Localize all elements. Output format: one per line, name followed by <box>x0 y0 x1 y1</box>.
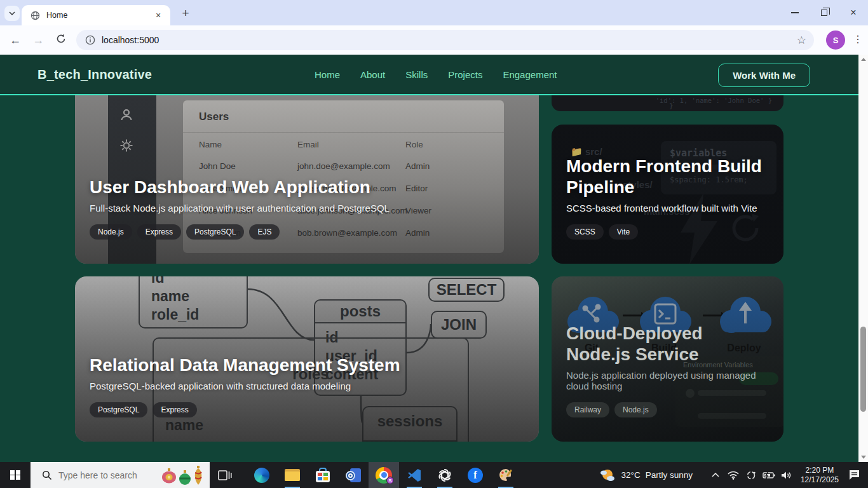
profile-avatar[interactable]: S <box>826 30 845 50</box>
code-fragment-brace: } <box>669 102 674 110</box>
browser-menu-icon[interactable]: ⋮ <box>853 33 863 45</box>
card-content: Modern Frontend Build Pipeline SCSS-base… <box>566 156 771 240</box>
file-explorer-icon <box>285 469 300 481</box>
nav-links: Home About Skills Projects Engagement <box>315 69 557 80</box>
project-title: Cloud-Deployed Node.js Service <box>566 323 758 365</box>
chevron-down-icon <box>9 11 15 15</box>
holiday-ornaments-icon <box>161 465 203 485</box>
hidden-icons-chevron[interactable] <box>708 473 723 477</box>
project-description: Node.js application deployed using manag… <box>566 370 758 391</box>
vscode-icon <box>407 468 421 482</box>
nav-link-about[interactable]: About <box>360 69 385 80</box>
edge-icon <box>254 468 269 483</box>
speaker-icon <box>781 471 792 480</box>
address-bar[interactable]: localhost:5000 ☆ <box>76 30 814 50</box>
battery-icon <box>763 471 775 479</box>
project-card-cloud-deployed[interactable]: Git Build Deploy Environment Variables <box>552 276 783 442</box>
reload-button[interactable] <box>53 34 69 47</box>
back-button[interactable]: ← <box>8 34 23 47</box>
windows-logo-icon <box>10 470 20 480</box>
taskbar-app-store[interactable] <box>308 462 338 488</box>
taskbar-app-facebook[interactable]: f <box>460 462 491 488</box>
tag-express: Express <box>137 224 181 240</box>
reload-icon <box>56 34 66 44</box>
project-description: Full-stack Node.js application with user… <box>90 203 526 214</box>
card-content: User Dashboard Web Application Full-stac… <box>90 177 526 240</box>
site-info-icon <box>85 35 95 45</box>
search-input[interactable] <box>58 470 160 480</box>
nav-link-skills[interactable]: Skills <box>405 69 428 80</box>
taskbar-search[interactable] <box>31 462 210 488</box>
browser-toolbar: ← → localhost:5000 ☆ S ⋮ <box>0 25 868 55</box>
taskbar-app-chrome[interactable]: S <box>369 462 399 488</box>
tag-nodejs: Node.js <box>614 402 657 417</box>
taskbar-app-chatgpt[interactable] <box>430 462 460 488</box>
url-text[interactable]: localhost:5000 <box>102 35 797 45</box>
site-navbar: B_tech_Innovative Home About Skills Proj… <box>0 55 858 95</box>
camera-circle-icon <box>746 470 756 480</box>
paint-icon <box>498 468 514 483</box>
minimize-button[interactable] <box>780 0 810 25</box>
tag-postgresql: PostgreSQL <box>90 402 147 417</box>
task-view-icon <box>218 470 232 481</box>
window-controls: × <box>780 0 868 25</box>
meet-now-indicator[interactable] <box>743 470 759 480</box>
browser-tab-strip: Home × + × <box>0 0 868 25</box>
project-tags: PostgreSQL Express <box>90 402 526 417</box>
globe-favicon-icon <box>31 11 40 20</box>
scroll-up-arrow[interactable] <box>858 55 868 64</box>
minimize-icon <box>791 12 799 13</box>
site-logo[interactable]: B_tech_Innovative <box>37 67 152 82</box>
action-center-button[interactable] <box>846 470 862 480</box>
tag-railway: Railway <box>566 402 609 417</box>
taskbar-app-outlook[interactable] <box>338 462 369 488</box>
taskbar-app-vscode[interactable] <box>399 462 430 488</box>
close-icon: × <box>850 8 856 18</box>
chevron-up-icon <box>712 473 719 477</box>
nav-link-projects[interactable]: Projects <box>448 69 482 80</box>
weather-widget[interactable]: 32°C Partly sunny <box>599 468 692 482</box>
nav-link-engagement[interactable]: Engagement <box>503 69 557 80</box>
wifi-indicator[interactable] <box>726 471 741 480</box>
close-button[interactable]: × <box>839 0 868 25</box>
tab-close-icon[interactable]: × <box>153 10 164 21</box>
taskbar-clock[interactable]: 2:20 PM 12/17/2025 <box>801 466 839 485</box>
scroll-down-arrow[interactable] <box>858 452 868 462</box>
task-view-button[interactable] <box>210 462 240 488</box>
work-with-me-button[interactable]: Work With Me <box>718 64 810 87</box>
store-icon <box>316 468 330 482</box>
project-title: User Dashboard Web Application <box>90 177 526 198</box>
card-content: Cloud-Deployed Node.js Service Node.js a… <box>566 323 758 417</box>
battery-indicator[interactable] <box>761 471 776 479</box>
outlook-icon <box>346 468 361 482</box>
project-card-frontend-pipeline[interactable]: 📁 src/ styles/ main.scss $variables $spa… <box>552 125 783 264</box>
nav-link-home[interactable]: Home <box>315 69 340 80</box>
partial-project-card[interactable]: 'id': 1, 'name': 'John Doe' } } <box>552 95 783 111</box>
taskbar-app-edge[interactable] <box>247 462 277 488</box>
tab-search-button[interactable] <box>4 6 20 21</box>
project-tags: Railway Node.js <box>566 402 758 417</box>
volume-indicator[interactable] <box>779 471 794 480</box>
weather-icon <box>599 468 616 482</box>
start-button[interactable] <box>0 462 31 488</box>
browser-tab-home[interactable]: Home × <box>22 5 170 25</box>
project-tags: SCSS Vite <box>566 224 771 240</box>
weather-temp: 32°C <box>621 470 640 480</box>
project-description: PostgreSQL-backed application with struc… <box>90 381 526 391</box>
scrollbar-thumb[interactable] <box>860 327 866 412</box>
bookmark-star-icon[interactable]: ☆ <box>797 34 806 47</box>
clock-time: 2:20 PM <box>801 466 839 475</box>
page-scrollbar[interactable] <box>858 55 868 462</box>
restore-button[interactable] <box>810 0 839 25</box>
new-tab-button[interactable]: + <box>178 6 193 21</box>
taskbar-app-paint[interactable] <box>491 462 521 488</box>
chatgpt-icon <box>437 468 452 483</box>
search-icon <box>42 470 52 480</box>
tag-vite: Vite <box>609 224 638 240</box>
project-card-relational-data[interactable]: id name role_id posts id user_id content… <box>75 276 539 442</box>
taskbar-app-file-explorer[interactable] <box>277 462 308 488</box>
card-content: Relational Data Management System Postgr… <box>90 355 526 417</box>
forward-button[interactable]: → <box>31 34 46 47</box>
project-card-user-dashboard[interactable]: Users Name Email Role John Doe john.doe@… <box>75 95 539 264</box>
system-tray: 32°C Partly sunny 2:20 PM 12/17/2025 <box>599 462 868 488</box>
